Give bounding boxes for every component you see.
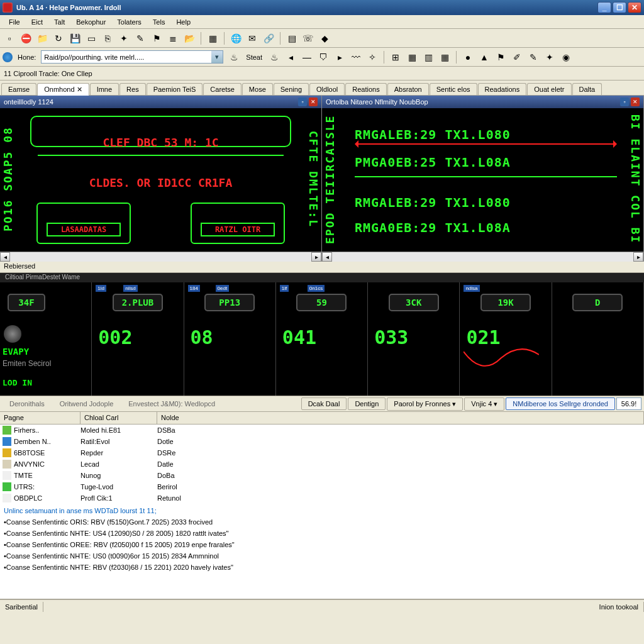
page-icon[interactable]: ▤ xyxy=(285,31,299,45)
pane-close-icon[interactable]: ✕ xyxy=(309,97,318,106)
table-row[interactable]: Demben N..Ratil:EvolDotle xyxy=(0,436,644,447)
left-scope-scrollbar[interactable]: ◂▸ xyxy=(0,252,321,262)
address-combo[interactable]: ▾ xyxy=(41,50,223,64)
vnjic-dropdown[interactable]: Vnjic 4 ▾ xyxy=(464,397,504,411)
pin-icon[interactable]: ✎ xyxy=(133,31,147,45)
grid-body[interactable]: Firhers..Moled hi.E81DSBaDemben N..Ratil… xyxy=(0,425,644,599)
tab-eamse[interactable]: Eamse xyxy=(1,83,36,95)
folder-icon[interactable]: 📁 xyxy=(35,31,49,45)
line-icon[interactable]: — xyxy=(300,50,314,64)
fire-icon[interactable]: ♨ xyxy=(227,50,241,64)
tab-absraton[interactable]: Absraton xyxy=(387,83,429,95)
shield-icon[interactable]: ⛉ xyxy=(316,50,330,64)
table-row[interactable]: Firhers..Moled hi.E81DSBa xyxy=(0,425,644,436)
tab-oldlool[interactable]: Oldlool xyxy=(309,83,345,95)
rel-button[interactable]: 2.PLUB xyxy=(113,294,163,311)
diamond-icon[interactable]: ◆ xyxy=(318,31,331,45)
cal-icon[interactable]: ▦ xyxy=(438,50,452,64)
scroll-right-icon[interactable]: ▸ xyxy=(633,252,643,262)
globe-icon[interactable]: 🌐 xyxy=(229,31,243,45)
rel-button[interactable]: 3CK xyxy=(389,294,439,311)
menu-bekophur[interactable]: Bekophur xyxy=(71,17,111,27)
table-row[interactable]: ANVYNICLecadDatle xyxy=(0,458,644,470)
tab-ouat-eletr[interactable]: Ouat eletr xyxy=(527,83,571,95)
copy-icon[interactable]: ⎘ xyxy=(101,31,114,45)
table-row[interactable]: UTRS:Tuge-LvodBerirol xyxy=(0,481,644,492)
brush-icon[interactable]: ✐ xyxy=(510,50,524,64)
phone-icon[interactable]: ☏ xyxy=(301,31,315,45)
info-banner[interactable]: NMdiberoe los Sellrge dronded xyxy=(506,397,615,410)
dot-icon[interactable]: ● xyxy=(461,50,475,64)
menu-talt[interactable]: Talt xyxy=(49,17,70,27)
mail-icon[interactable]: ✉ xyxy=(245,31,259,45)
stop-icon[interactable]: ⛔ xyxy=(19,31,33,45)
dentign-button[interactable]: Dentign xyxy=(348,397,386,410)
pane-min-icon[interactable]: ▫ xyxy=(620,97,629,106)
col-header[interactable]: Nolde xyxy=(157,412,644,424)
tab-onmhond-[interactable]: Onmhond ✕ xyxy=(37,83,89,96)
rel-button[interactable]: D xyxy=(572,294,623,311)
flag-icon[interactable]: ⚑ xyxy=(150,31,164,45)
tab-sentic-elos[interactable]: Sentic elos xyxy=(430,83,477,95)
rect-icon[interactable]: ▭ xyxy=(84,31,98,45)
grid-icon[interactable]: ▦ xyxy=(405,50,419,64)
menu-tels[interactable]: Tels xyxy=(148,17,170,27)
rel-button[interactable]: 59 xyxy=(296,294,347,311)
scroll-left-icon[interactable]: ◂ xyxy=(322,252,332,262)
menu-eict[interactable]: Eict xyxy=(26,17,48,27)
file-icon[interactable]: ▫ xyxy=(3,31,16,45)
rel-button[interactable]: PP13 xyxy=(204,294,255,311)
menu-help[interactable]: Help xyxy=(171,17,196,27)
left-scope[interactable]: PO16 SOAP5 08 CFTE DMLTE:L CLEF DBC 53 M… xyxy=(0,108,321,262)
rel-button[interactable]: 19K xyxy=(480,294,531,311)
pin-icon[interactable]: ✎ xyxy=(526,50,540,64)
tab-sening[interactable]: Sening xyxy=(274,83,309,95)
link-icon[interactable]: 🔗 xyxy=(262,31,275,45)
star-icon[interactable]: ✧ xyxy=(365,50,379,64)
col-header[interactable]: Pagne xyxy=(0,412,80,424)
cols-icon[interactable]: ▥ xyxy=(421,50,435,64)
scroll-left-icon[interactable]: ◂ xyxy=(0,252,10,262)
right-scope-scrollbar[interactable]: ◂▸ xyxy=(322,252,643,262)
cube-icon[interactable]: ▦ xyxy=(206,31,219,45)
fwd-icon[interactable]: ▸ xyxy=(333,50,347,64)
warn-icon[interactable]: ▲ xyxy=(477,50,491,64)
close-button[interactable]: ✕ xyxy=(628,2,641,13)
tab-mose[interactable]: Mose xyxy=(242,83,273,95)
tab-res[interactable]: Res xyxy=(119,83,146,95)
address-dropdown-icon[interactable]: ▾ xyxy=(211,51,223,63)
flag-icon[interactable]: ⚑ xyxy=(494,50,508,64)
knob-icon[interactable] xyxy=(4,325,21,343)
tab-dalta[interactable]: Dalta xyxy=(572,83,602,95)
pane-close-icon[interactable]: ✕ xyxy=(631,97,640,106)
wave-icon[interactable]: 〰 xyxy=(349,50,363,64)
scroll-right-icon[interactable]: ▸ xyxy=(311,252,321,262)
tab-paemion-teis[interactable]: Paemion TeiS xyxy=(147,83,203,95)
win-icon[interactable]: ⊞ xyxy=(389,50,402,64)
right-scope[interactable]: EPOD TEIIRCAISLE BI ELAINT COL BI RMGALE… xyxy=(322,108,643,262)
maximize-button[interactable]: ☐ xyxy=(613,2,626,13)
paorol-dropdown[interactable]: Paorol by Fronnes ▾ xyxy=(387,397,463,411)
dcak-button[interactable]: Dcak Daal xyxy=(301,397,347,410)
globe2-icon[interactable]: ◉ xyxy=(559,50,573,64)
menu-tolaters[interactable]: Tolaters xyxy=(112,17,147,27)
stack-icon[interactable]: ≣ xyxy=(166,31,180,45)
refresh-icon[interactable]: ↻ xyxy=(52,31,65,45)
back-icon[interactable]: ◂ xyxy=(284,50,297,64)
table-row[interactable]: TMTENunogDoBa xyxy=(0,470,644,481)
tab-imne[interactable]: Imne xyxy=(90,83,119,95)
rel-chip-0[interactable]: 34F xyxy=(8,294,45,311)
wand-icon[interactable]: ✦ xyxy=(117,31,131,45)
table-row[interactable]: 6B8TOSERepderDSRe xyxy=(0,447,644,458)
open-icon[interactable]: 📂 xyxy=(182,31,196,45)
minimize-button[interactable]: _ xyxy=(597,2,611,13)
col-header[interactable]: Chloal Carl xyxy=(80,412,157,424)
tab-reations[interactable]: Reations xyxy=(345,83,386,95)
address-input[interactable] xyxy=(42,51,211,63)
wand-icon[interactable]: ✦ xyxy=(543,50,557,64)
pane-min-icon[interactable]: ▫ xyxy=(298,97,307,106)
table-row[interactable]: OBDPLCProfl Cik:1Retunol xyxy=(0,492,644,504)
disk-icon[interactable]: 💾 xyxy=(68,31,82,45)
small-field[interactable] xyxy=(616,397,641,410)
tab-caretse[interactable]: Caretse xyxy=(203,83,242,95)
